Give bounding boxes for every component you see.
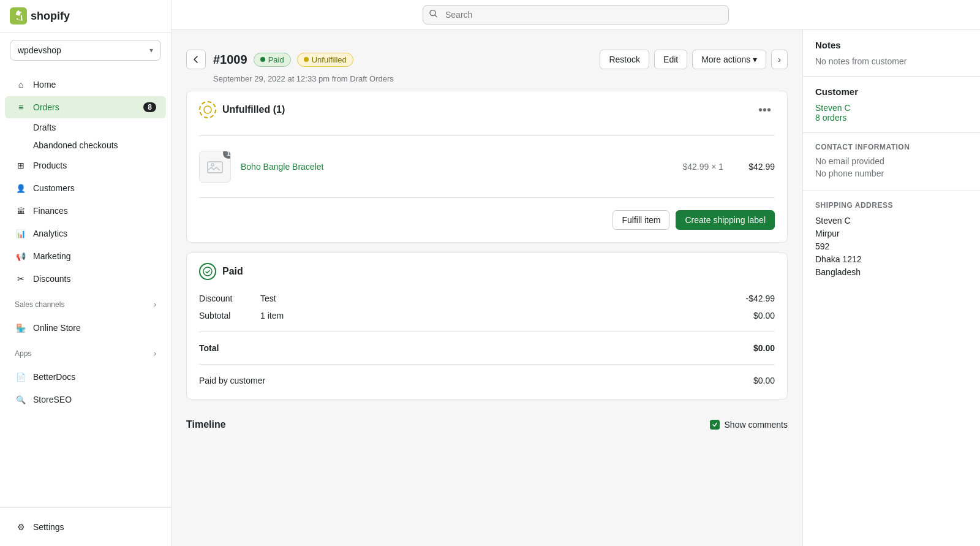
shipping-name: Steven C <box>815 214 968 227</box>
unfulfilled-badge: Unfulfilled <box>297 53 353 67</box>
sidebar-item-abandoned-checkouts[interactable]: Abandoned checkouts <box>5 137 166 154</box>
sidebar-item-label-marketing: Marketing <box>33 251 156 261</box>
store-name-label: wpdevshop <box>18 45 61 55</box>
timeline-controls: Show comments <box>710 420 788 430</box>
shopify-wordmark: shopify <box>31 10 70 23</box>
sidebar-item-customers[interactable]: Customers <box>5 177 166 199</box>
sidebar-item-products[interactable]: Products <box>5 154 166 176</box>
betterdocs-icon <box>15 371 27 383</box>
paid-check-icon <box>199 263 216 280</box>
divider-2 <box>199 197 775 198</box>
more-actions-label: More actions <box>701 55 750 64</box>
sidebar-item-drafts[interactable]: Drafts <box>5 119 166 136</box>
total-label: Total <box>199 343 260 353</box>
apps-nav: BetterDocs StoreSEO <box>0 360 171 416</box>
total-row: Total $0.00 <box>199 339 775 357</box>
paid-by-label: Paid by customer <box>199 376 726 385</box>
shipping-section: SHIPPING ADDRESS Steven C Mirpur 592 Dha… <box>803 191 980 289</box>
restock-button[interactable]: Restock <box>600 50 649 69</box>
shopify-logo-icon <box>10 7 27 25</box>
sidebar-item-label-betterdocs: BetterDocs <box>33 372 156 382</box>
more-actions-chevron-icon: ▾ <box>753 55 757 64</box>
fulfillment-card-more-button[interactable]: ••• <box>755 102 775 118</box>
paid-badge-dot <box>260 57 265 62</box>
fulfillment-card-title: Unfulfilled (1) <box>222 104 285 115</box>
fulfillment-action-row: Fulfill item Create shipping label <box>199 205 775 232</box>
back-button[interactable] <box>186 50 206 69</box>
sidebar-item-label-finances: Finances <box>33 206 156 216</box>
marketing-icon <box>15 250 27 262</box>
shipping-city: Dhaka 1212 <box>815 253 968 266</box>
sidebar-item-settings[interactable]: Settings <box>5 516 166 538</box>
discount-amount: -$42.99 <box>726 294 775 303</box>
apps-section-header: Apps › <box>0 344 171 360</box>
top-bar <box>172 0 980 30</box>
sidebar-item-home[interactable]: Home <box>5 74 166 96</box>
sidebar-item-finances[interactable]: Finances <box>5 200 166 222</box>
payment-title-group: Paid <box>199 263 243 280</box>
show-comments-checkbox[interactable] <box>710 420 720 430</box>
customer-section: Customer Steven C 8 orders <box>803 77 980 133</box>
customer-orders-link[interactable]: 8 orders <box>815 113 968 123</box>
customers-icon <box>15 182 27 194</box>
store-selector[interactable]: wpdevshop ▾ <box>10 40 161 61</box>
notes-section: Notes No notes from customer <box>803 30 980 77</box>
sidebar-item-discounts[interactable]: Discounts <box>5 268 166 290</box>
sales-channels-expand-icon[interactable]: › <box>154 300 156 309</box>
sidebar-item-label-online-store: Online Store <box>33 323 156 333</box>
home-icon <box>15 78 27 91</box>
subtotal-row: Subtotal 1 item $0.00 <box>199 307 775 324</box>
paid-by-row: Paid by customer $0.00 <box>199 372 775 389</box>
fulfillment-card: Unfulfilled (1) ••• 1 Boho Bangle <box>186 91 788 243</box>
page-actions: Restock Edit More actions ▾ › <box>600 50 788 69</box>
sales-channels-label: Sales channels <box>15 300 64 309</box>
sidebar-item-label-orders: Orders <box>33 102 137 112</box>
payment-card-header: Paid <box>187 253 787 290</box>
search-input[interactable] <box>423 5 729 25</box>
subtotal-amount: $0.00 <box>726 311 775 320</box>
sales-channels-nav: Online Store <box>0 311 171 344</box>
customer-name-link[interactable]: Steven C <box>815 103 968 113</box>
payment-divider <box>199 332 775 332</box>
subtotal-desc: 1 item <box>260 311 726 320</box>
shipping-address-title: SHIPPING ADDRESS <box>815 201 968 210</box>
sidebar-item-orders[interactable]: Orders 8 <box>5 96 166 118</box>
sidebar-item-storeseo[interactable]: StoreSEO <box>5 389 166 411</box>
main-nav: Home Orders 8 Drafts Abandoned checkouts… <box>0 68 171 295</box>
contact-info-title: CONTACT INFORMATION <box>815 143 968 151</box>
payment-card: Paid Discount Test -$42.99 Subtotal 1 it… <box>186 252 788 400</box>
show-comments-label: Show comments <box>725 420 788 430</box>
discounts-icon <box>15 273 27 285</box>
svg-rect-3 <box>208 162 222 173</box>
product-price-total: $42.99 <box>738 162 775 172</box>
total-amount: $0.00 <box>726 343 775 353</box>
sidebar-item-betterdocs[interactable]: BetterDocs <box>5 366 166 388</box>
apps-expand-icon[interactable]: › <box>154 349 156 358</box>
product-name-link[interactable]: Boho Bangle Bracelet <box>241 162 323 172</box>
create-shipping-label-button[interactable]: Create shipping label <box>676 210 775 230</box>
right-panel-scroll: Notes No notes from customer Customer St… <box>803 30 980 546</box>
sidebar-item-analytics[interactable]: Analytics <box>5 222 166 245</box>
unfulfilled-badge-label: Unfulfilled <box>312 55 347 64</box>
svg-point-2 <box>204 106 211 113</box>
paid-badge-label: Paid <box>268 55 284 64</box>
shipping-street: Mirpur <box>815 227 968 240</box>
customer-section-title: Customer <box>815 86 968 97</box>
sales-channels-section-header: Sales channels › <box>0 295 171 311</box>
apps-label: Apps <box>15 349 31 358</box>
collapse-button[interactable]: › <box>771 50 788 69</box>
product-thumbnail: 1 <box>199 151 231 183</box>
sidebar-item-label-analytics: Analytics <box>33 229 156 238</box>
more-actions-button[interactable]: More actions ▾ <box>692 50 766 69</box>
discount-desc: Test <box>260 294 726 303</box>
payment-divider-2 <box>199 364 775 365</box>
shipping-number: 592 <box>815 240 968 253</box>
shipping-address-block: Steven C Mirpur 592 Dhaka 1212 Banglades… <box>815 214 968 279</box>
sidebar-item-online-store[interactable]: Online Store <box>5 317 166 339</box>
edit-button[interactable]: Edit <box>654 50 687 69</box>
sidebar-item-marketing[interactable]: Marketing <box>5 245 166 267</box>
fulfill-item-button[interactable]: Fulfill item <box>612 210 669 230</box>
sidebar-item-label-products: Products <box>33 161 156 170</box>
orders-icon <box>15 101 27 113</box>
fulfillment-title-group: Unfulfilled (1) <box>199 101 285 118</box>
